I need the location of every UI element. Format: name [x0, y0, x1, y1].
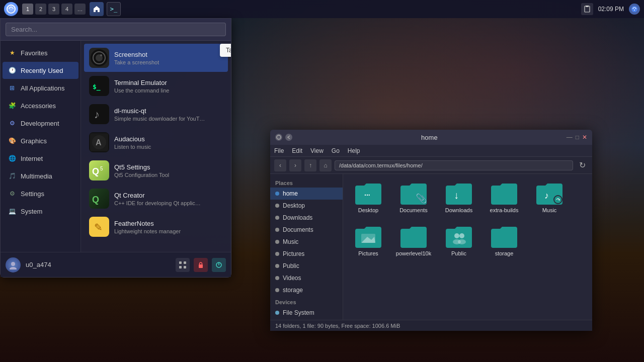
- file-manager-body: Places home Desktop Downloads Documents: [270, 174, 592, 320]
- place-videos-icon: [275, 276, 279, 280]
- qt5-app-name: Qt5 Settings: [114, 163, 223, 171]
- workspace-more[interactable]: …: [74, 4, 86, 15]
- terminal-app-desc: Use the command line: [114, 87, 223, 94]
- svg-point-3: [631, 6, 637, 12]
- address-bar[interactable]: /data/data/com.termux/files/home/: [335, 160, 573, 170]
- workspace-3[interactable]: 3: [48, 4, 59, 15]
- place-downloads-icon: [275, 216, 279, 220]
- search-input[interactable]: [6, 23, 226, 36]
- window-pin-icon[interactable]: [275, 134, 282, 141]
- internet-icon: 🌐: [8, 154, 17, 163]
- sidebar-item-all-apps[interactable]: ⊞ All Applications: [3, 79, 78, 97]
- workspace-1[interactable]: 1: [22, 4, 33, 15]
- folder-music[interactable]: ♪ Music: [529, 179, 570, 217]
- folder-desktop-icon: ···: [355, 183, 381, 205]
- sidebar-place-desktop[interactable]: Desktop: [270, 200, 343, 212]
- nav-back-button[interactable]: ‹: [274, 159, 286, 171]
- app-list: Screenshot Take a screenshot Take a scre…: [81, 41, 231, 252]
- folder-storage-icon: [491, 226, 517, 248]
- nav-forward-button[interactable]: ›: [289, 159, 301, 171]
- terminal-app-icon: $_: [89, 76, 109, 96]
- menu-view[interactable]: View: [310, 147, 324, 154]
- svg-text:✎: ✎: [94, 222, 103, 233]
- workspace-4[interactable]: 4: [61, 4, 72, 15]
- sidebar-place-storage[interactable]: storage: [270, 284, 343, 296]
- sidebar-place-pictures[interactable]: Pictures: [270, 248, 343, 260]
- folder-documents[interactable]: 📎 Documents: [393, 179, 434, 217]
- taskbar-terminal-app[interactable]: >_: [107, 2, 121, 16]
- taskbar-logo[interactable]: [4, 2, 18, 16]
- sidebar-place-documents[interactable]: Documents: [270, 224, 343, 236]
- nav-home-button[interactable]: ⌂: [319, 159, 332, 171]
- window-back-icon[interactable]: [285, 134, 292, 141]
- screenshot-app-icon: [89, 48, 109, 68]
- folder-desktop[interactable]: ··· Desktop: [348, 179, 388, 217]
- minimize-icon[interactable]: —: [567, 134, 573, 141]
- folder-pictures-label: Pictures: [358, 250, 378, 256]
- lock-button[interactable]: [194, 258, 208, 272]
- folder-powerlevel10k[interactable]: powerlevel10k: [393, 222, 434, 260]
- file-manager-sidebar: Places home Desktop Downloads Documents: [270, 174, 343, 320]
- sidebar-place-videos[interactable]: Videos: [270, 272, 343, 284]
- file-manager-titlebar: home — □ ✕: [270, 130, 592, 145]
- sidebar-label-internet: Internet: [21, 155, 43, 162]
- user-avatar: [6, 257, 21, 273]
- taskbar-home-app[interactable]: [90, 2, 104, 16]
- sidebar-place-public[interactable]: Public: [270, 260, 343, 272]
- accessories-icon: 🧩: [8, 101, 17, 110]
- svg-text:📎: 📎: [416, 193, 427, 204]
- app-item-audacious[interactable]: A Audacious Listen to music: [84, 128, 228, 156]
- sidebar-item-multimedia[interactable]: 🎵 Multimedia: [3, 167, 78, 185]
- svg-point-31: [277, 135, 281, 139]
- nav-up-button[interactable]: ↑: [304, 159, 316, 171]
- network-icon[interactable]: [629, 4, 640, 15]
- address-text: /data/data/com.termux/files/home/: [339, 162, 423, 168]
- app-item-terminal[interactable]: $_ Terminal Emulator Use the command lin…: [84, 72, 228, 100]
- menu-file[interactable]: File: [274, 147, 284, 154]
- maximize-icon[interactable]: □: [576, 134, 579, 141]
- menu-help[interactable]: Help: [348, 147, 360, 154]
- file-manager-statusbar: 14 folders, 1 file: 90 bytes, Free space…: [270, 320, 592, 331]
- sidebar-device-filesystem[interactable]: File System: [270, 307, 343, 319]
- sidebar-place-downloads[interactable]: Downloads: [270, 212, 343, 224]
- close-icon[interactable]: ✕: [582, 134, 587, 141]
- app-item-feathernotes[interactable]: ✎ FeatherNotes Lightweight notes manager: [84, 213, 228, 241]
- place-documents-label: Documents: [283, 226, 313, 233]
- app-item-screenshot[interactable]: Screenshot Take a screenshot Take a scre…: [84, 44, 228, 72]
- sidebar-item-system[interactable]: 💻 System: [3, 203, 78, 220]
- folder-storage[interactable]: storage: [484, 222, 524, 260]
- app-item-qt5-settings[interactable]: Q5 Qt5 Settings Qt5 Configuration Tool: [84, 156, 228, 185]
- folder-downloads[interactable]: ↓ Downloads: [439, 179, 479, 217]
- power-button[interactable]: [212, 258, 226, 272]
- feathernotes-app-desc: Lightweight notes manager: [114, 228, 223, 234]
- sidebar-item-internet[interactable]: 🌐 Internet: [3, 150, 78, 167]
- graphics-icon: 🎨: [8, 136, 17, 145]
- sidebar-item-development[interactable]: ⚙ Development: [3, 115, 78, 132]
- window-control-buttons: [275, 134, 292, 141]
- sidebar-item-favorites[interactable]: ★ Favorites: [3, 44, 78, 61]
- sidebar-item-accessories[interactable]: 🧩 Accessories: [3, 97, 78, 114]
- refresh-button[interactable]: ↻: [576, 159, 588, 171]
- sidebar-place-home[interactable]: home: [270, 188, 343, 200]
- file-manager-content: ··· Desktop 📎 Documents ↓: [343, 174, 592, 320]
- folder-powerlevel10k-label: powerlevel10k: [396, 250, 431, 256]
- sidebar-item-settings[interactable]: ⚙ Settings: [3, 185, 78, 202]
- system-icon: 💻: [8, 207, 17, 216]
- sidebar-item-recently-used[interactable]: 🕐 Recently Used: [3, 62, 78, 79]
- folder-extra-builds[interactable]: extra-builds: [484, 179, 524, 217]
- folder-pictures[interactable]: Pictures: [348, 222, 388, 260]
- menu-edit[interactable]: Edit: [292, 147, 302, 154]
- workspace-2[interactable]: 2: [35, 4, 46, 15]
- menu-go[interactable]: Go: [332, 147, 340, 154]
- clipboard-icon[interactable]: [581, 3, 593, 15]
- app-item-qt-creator[interactable]: Q Qt Creator C++ IDE for developing Qt a…: [84, 185, 228, 213]
- svg-point-4: [634, 10, 635, 11]
- place-storage-label: storage: [283, 287, 303, 294]
- folder-public[interactable]: Public: [439, 222, 479, 260]
- sidebar-place-music[interactable]: Music: [270, 236, 343, 248]
- sidebar-item-graphics[interactable]: 🎨 Graphics: [3, 132, 78, 149]
- screenshot-app-desc: Take a screenshot: [114, 59, 223, 65]
- settings-grid-button[interactable]: [176, 258, 190, 272]
- app-item-dl-music[interactable]: ♪ dl-music-qt Simple music downloader fo…: [84, 100, 228, 128]
- svg-text:$_: $_: [93, 83, 101, 91]
